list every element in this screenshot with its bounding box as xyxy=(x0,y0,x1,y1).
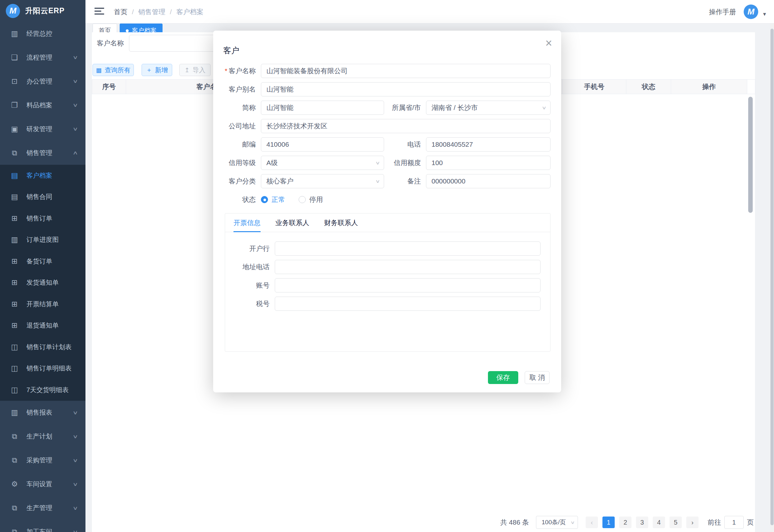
close-icon[interactable]: × xyxy=(545,36,552,50)
chevron-down-icon: ∨ xyxy=(73,102,78,108)
page-button-2[interactable]: 2 xyxy=(619,517,631,528)
status-normal-radio[interactable]: 正常 xyxy=(261,195,285,204)
company-address-input[interactable] xyxy=(261,119,551,133)
sidebar-item[interactable]: ⊞销售订单 xyxy=(0,208,85,229)
add-button[interactable]: ＋新增 xyxy=(142,64,172,76)
page-button-4[interactable]: 4 xyxy=(653,517,665,528)
sidebar-item[interactable]: ◫销售订单明细表 xyxy=(0,358,85,379)
goto-label: 前往 xyxy=(708,518,721,527)
sidebar-menu-top: ▥经营总控❏流程管理∨⊡办公管理∨❐料品档案∨▣研发管理∨ xyxy=(0,22,85,141)
chevron-down-icon: ∨ xyxy=(73,529,78,532)
query-all-button[interactable]: ▦查询所有 xyxy=(93,64,134,76)
sidebar-item-label: 料品档案 xyxy=(26,101,52,110)
invoice-field-row: 账号 xyxy=(225,276,550,294)
modal-tab[interactable]: 业务联系人 xyxy=(275,213,309,232)
page-size-select[interactable]: 100条/页 ∨ xyxy=(536,516,578,529)
sidebar-item[interactable]: ▥经营总控 xyxy=(0,22,85,45)
save-button[interactable]: 保存 xyxy=(488,371,518,384)
total-count-label: 共 486 条 xyxy=(500,518,529,527)
sidebar-item[interactable]: ▤客户档案 xyxy=(0,165,85,186)
credit-limit-input[interactable] xyxy=(426,156,551,170)
sidebar-item[interactable]: ◫销售订单计划表 xyxy=(0,336,85,358)
sidebar-item[interactable]: ▣研发管理∨ xyxy=(0,117,85,141)
customer-category-select[interactable]: 核心客户 ∨ xyxy=(261,174,384,188)
field-label-remark: 备注 xyxy=(384,177,421,186)
sidebar-item[interactable]: ⊞开票结算单 xyxy=(0,293,85,315)
invoice-field-input[interactable] xyxy=(275,260,541,274)
remark-input[interactable] xyxy=(426,174,551,188)
goto-page-input[interactable] xyxy=(724,516,744,529)
import-button[interactable]: ↥导入 xyxy=(179,64,211,76)
sidebar-item[interactable]: ⧉生产计划∨ xyxy=(0,425,85,448)
sidebar-item-label: 发货通知单 xyxy=(26,278,59,287)
zip-input[interactable] xyxy=(261,137,384,152)
next-page-button[interactable]: › xyxy=(686,517,699,528)
sidebar-item-label: 加工车间 xyxy=(26,527,52,532)
table-icon: ⊞ xyxy=(10,278,19,287)
field-label-credit-limit: 信用额度 xyxy=(384,158,421,167)
window-scrollbar[interactable] xyxy=(770,24,774,532)
sidebar-item[interactable]: ❏流程管理∨ xyxy=(0,45,85,69)
sidebar-item[interactable]: ⧉加工车间∨ xyxy=(0,520,85,532)
phone-input[interactable] xyxy=(426,137,551,152)
column-header: 序号 xyxy=(92,80,126,94)
field-label-phone: 电话 xyxy=(384,140,421,149)
customer-form: *客户名称 客户别名 简称 所属省/市 湖南省 / 长沙市 ∨ 公司 xyxy=(213,62,551,209)
sidebar-item[interactable]: ⚙车间设置∨ xyxy=(0,472,85,496)
modal-title: 客户 xyxy=(223,45,239,56)
customer-alias-input[interactable] xyxy=(261,82,551,96)
breadcrumb-separator: / xyxy=(170,8,172,16)
user-menu-caret-icon[interactable]: ▼ xyxy=(762,11,767,17)
sidebar-item-label: 客户档案 xyxy=(26,171,52,180)
sidebar-item-label: 销售合同 xyxy=(26,192,52,201)
breadcrumb-home[interactable]: 首页 xyxy=(114,7,127,16)
invoice-field-input[interactable] xyxy=(275,278,541,292)
sidebar-item[interactable]: ⧉生产管理∨ xyxy=(0,496,85,520)
modal-tab[interactable]: 开票信息 xyxy=(233,213,261,232)
sidebar-item[interactable]: ◫7天交货明细表 xyxy=(0,379,85,401)
sidebar-item[interactable]: ⊞退货通知单 xyxy=(0,315,85,337)
invoice-field-input[interactable] xyxy=(275,297,541,311)
topbar-right: 操作手册 M ▼ xyxy=(709,0,767,24)
page-button-5[interactable]: 5 xyxy=(670,517,682,528)
cancel-button[interactable]: 取 消 xyxy=(525,371,550,384)
status-disabled-radio[interactable]: 停用 xyxy=(299,195,323,204)
book-icon: ◫ xyxy=(10,364,19,373)
sidebar-item[interactable]: ❐料品档案∨ xyxy=(0,93,85,117)
chevron-down-icon: ∨ xyxy=(73,481,78,487)
sidebar-item[interactable]: ⧉销售管理∧ xyxy=(0,141,85,165)
invoice-field-input[interactable] xyxy=(275,241,541,256)
window-scrollbar-thumb[interactable] xyxy=(770,29,774,525)
field-label-province: 所属省/市 xyxy=(384,103,421,112)
column-header: 状态 xyxy=(626,80,671,94)
credit-level-select[interactable]: A级 ∨ xyxy=(261,156,384,170)
user-avatar[interactable]: M xyxy=(744,5,758,19)
customer-name-input[interactable] xyxy=(261,64,551,78)
province-select[interactable]: 湖南省 / 长沙市 ∨ xyxy=(426,101,551,115)
bar-chart-icon: ▥ xyxy=(10,408,19,417)
field-label-name: *客户名称 xyxy=(213,66,256,75)
sidebar-item[interactable]: ⧉采购管理∨ xyxy=(0,448,85,472)
sidebar-collapse-icon[interactable] xyxy=(94,8,104,16)
breadcrumb-sales[interactable]: 销售管理 xyxy=(138,7,165,16)
table-scrollbar-thumb[interactable] xyxy=(748,97,753,213)
prev-page-button[interactable]: ‹ xyxy=(586,517,598,528)
sidebar-submenu: ▤客户档案▤销售合同⊞销售订单▥订单进度图⊞备货订单⊞发货通知单⊞开票结算单⊞退… xyxy=(0,165,85,401)
sidebar-item[interactable]: ▤销售合同 xyxy=(0,186,85,208)
invoice-field-row: 税号 xyxy=(225,294,550,313)
short-name-input[interactable] xyxy=(261,101,384,115)
table-toolbar: ▦查询所有 ＋新增 ↥导入 xyxy=(93,64,211,76)
invoice-field-label: 地址电话 xyxy=(225,262,270,271)
page-button-1[interactable]: 1 xyxy=(602,517,615,528)
sidebar-item[interactable]: ▥销售报表∨ xyxy=(0,401,85,425)
contact-info-box: 开票信息业务联系人财务联系人 开户行地址电话账号税号 xyxy=(225,213,551,352)
sidebar-item[interactable]: ⊞发货通知单 xyxy=(0,272,85,294)
sidebar-item[interactable]: ⊡办公管理∨ xyxy=(0,69,85,93)
sidebar-item-label: 车间设置 xyxy=(26,480,52,488)
page-button-3[interactable]: 3 xyxy=(636,517,648,528)
modal-tab[interactable]: 财务联系人 xyxy=(324,213,358,232)
sidebar-item[interactable]: ⊞备货订单 xyxy=(0,251,85,272)
manual-link[interactable]: 操作手册 xyxy=(709,7,736,16)
sidebar-item[interactable]: ▥订单进度图 xyxy=(0,229,85,251)
modal-footer: 保存 取 消 xyxy=(488,371,550,384)
